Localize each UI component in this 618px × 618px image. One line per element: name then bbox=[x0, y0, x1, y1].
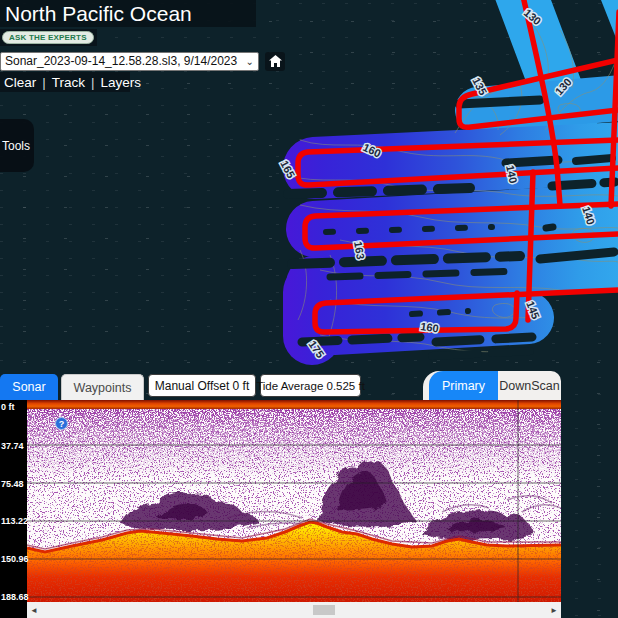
menu-item-layers[interactable]: Layers bbox=[101, 75, 142, 90]
file-row: Sonar_2023-09-14_12.58.28.sl3, 9/14/2023… bbox=[0, 51, 285, 71]
sonar-file-dropdown-value: Sonar_2023-09-14_12.58.28.sl3, 9/14/2023 bbox=[5, 54, 237, 68]
tab-waypoints[interactable]: Waypoints bbox=[61, 374, 144, 400]
echogram-canvas bbox=[27, 400, 561, 602]
surface-band bbox=[27, 400, 561, 409]
home-icon bbox=[269, 55, 282, 67]
menu-separator: | bbox=[91, 75, 95, 90]
scroll-right-arrow-icon[interactable]: ► bbox=[547, 602, 561, 618]
echogram-scrollbar[interactable]: ◄ ► bbox=[27, 602, 561, 618]
depth-tick: 75.48 bbox=[1, 479, 24, 489]
tide-average-button[interactable]: Tide Average 0.525 ft bbox=[260, 374, 361, 397]
chevron-down-icon: ⌄ bbox=[246, 56, 254, 67]
ask-experts-button[interactable]: ASK THE EXPERTS bbox=[2, 31, 94, 44]
help-icon[interactable]: ? bbox=[55, 417, 68, 430]
map-menu: Clear | Track | Layers bbox=[0, 72, 130, 92]
depth-tick: 188.68 bbox=[1, 592, 29, 602]
tab-downscan[interactable]: DownScan bbox=[498, 371, 561, 400]
app-window: 130 135 130 160 165 140 163 140 145 160 … bbox=[0, 0, 618, 618]
tools-button[interactable]: Tools bbox=[0, 119, 34, 172]
depth-scale: 0 ft 37.74 75.48 113.22 150.96 188.68 bbox=[0, 400, 27, 618]
home-button[interactable] bbox=[265, 52, 285, 71]
depth-tick: 0 ft bbox=[1, 402, 15, 412]
sonar-file-dropdown[interactable]: Sonar_2023-09-14_12.58.28.sl3, 9/14/2023… bbox=[0, 52, 259, 71]
sonar-echogram[interactable] bbox=[27, 400, 561, 602]
menu-item-track[interactable]: Track bbox=[52, 75, 85, 90]
view-tabs: Primary DownScan bbox=[423, 371, 561, 400]
contour-label: 160 bbox=[420, 320, 440, 334]
menu-separator: | bbox=[42, 75, 46, 90]
depth-tick: 113.22 bbox=[1, 516, 28, 526]
ask-experts-bar: ASK THE EXPERTS bbox=[0, 29, 97, 46]
depth-tick: 37.74 bbox=[1, 441, 24, 451]
menu-item-clear[interactable]: Clear bbox=[4, 75, 36, 90]
scrollbar-thumb[interactable] bbox=[313, 605, 335, 615]
tab-sonar[interactable]: Sonar bbox=[0, 374, 58, 400]
page-title: North Pacific Ocean bbox=[0, 0, 256, 27]
tab-primary[interactable]: Primary bbox=[429, 371, 498, 400]
manual-offset-button[interactable]: Manual Offset 0 ft bbox=[148, 374, 256, 397]
depth-tick: 150.96 bbox=[1, 554, 29, 564]
scroll-left-arrow-icon[interactable]: ◄ bbox=[27, 602, 41, 618]
sonar-tabbar: Sonar Waypoints Manual Offset 0 ft Tide … bbox=[0, 371, 618, 400]
